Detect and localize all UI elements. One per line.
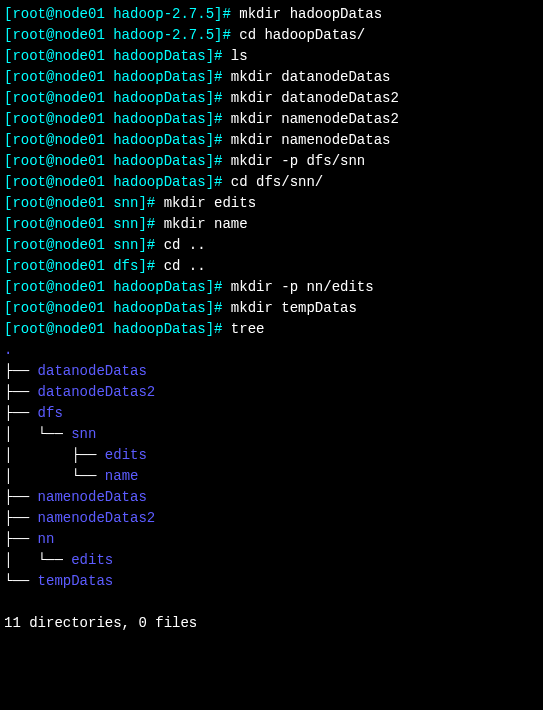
command-text: mkdir edits bbox=[164, 195, 256, 211]
shell-prompt: [root@node01 hadoopDatas]# bbox=[4, 153, 231, 169]
tree-dir-name: nn bbox=[38, 531, 55, 547]
shell-prompt: [root@node01 snn]# bbox=[4, 195, 164, 211]
shell-prompt: [root@node01 hadoopDatas]# bbox=[4, 174, 231, 190]
terminal-line: [root@node01 hadoopDatas]# mkdir -p nn/e… bbox=[4, 277, 539, 298]
tree-entry: │ └── name bbox=[4, 466, 539, 487]
tree-entry: └── tempDatas bbox=[4, 571, 539, 592]
tree-dir-name: edits bbox=[71, 552, 113, 568]
shell-prompt: [root@node01 hadoopDatas]# bbox=[4, 132, 231, 148]
tree-entry: ├── dfs bbox=[4, 403, 539, 424]
tree-branch: ├── bbox=[4, 363, 38, 379]
blank-line bbox=[4, 592, 539, 613]
terminal-line: [root@node01 snn]# mkdir edits bbox=[4, 193, 539, 214]
command-text: mkdir -p nn/edits bbox=[231, 279, 374, 295]
tree-entry: ├── datanodeDatas2 bbox=[4, 382, 539, 403]
shell-prompt: [root@node01 hadoopDatas]# bbox=[4, 90, 231, 106]
tree-entry: ├── nn bbox=[4, 529, 539, 550]
tree-branch: ├── bbox=[4, 489, 38, 505]
tree-dir-name: namenodeDatas2 bbox=[38, 510, 156, 526]
tree-root-dot: . bbox=[4, 342, 12, 358]
terminal-line: [root@node01 hadoopDatas]# cd dfs/snn/ bbox=[4, 172, 539, 193]
tree-branch: │ ├── bbox=[4, 447, 105, 463]
tree-entry: │ └── snn bbox=[4, 424, 539, 445]
terminal-line: [root@node01 hadoop-2.7.5]# mkdir hadoop… bbox=[4, 4, 539, 25]
command-text: cd .. bbox=[164, 258, 206, 274]
tree-dir-name: edits bbox=[105, 447, 147, 463]
tree-entry: ├── namenodeDatas2 bbox=[4, 508, 539, 529]
command-text: cd .. bbox=[164, 237, 206, 253]
command-text: mkdir name bbox=[164, 216, 248, 232]
shell-prompt: [root@node01 dfs]# bbox=[4, 258, 164, 274]
terminal-line: [root@node01 snn]# mkdir name bbox=[4, 214, 539, 235]
shell-prompt: [root@node01 hadoopDatas]# bbox=[4, 321, 231, 337]
tree-summary: 11 directories, 0 files bbox=[4, 613, 539, 634]
tree-dir-name: tempDatas bbox=[38, 573, 114, 589]
tree-dir-name: namenodeDatas bbox=[38, 489, 147, 505]
command-text: ls bbox=[231, 48, 248, 64]
tree-root: . bbox=[4, 340, 539, 361]
shell-prompt: [root@node01 hadoopDatas]# bbox=[4, 111, 231, 127]
terminal-line: [root@node01 dfs]# cd .. bbox=[4, 256, 539, 277]
shell-prompt: [root@node01 hadoop-2.7.5]# bbox=[4, 27, 239, 43]
terminal-line: [root@node01 snn]# cd .. bbox=[4, 235, 539, 256]
command-text: mkdir tempDatas bbox=[231, 300, 357, 316]
command-text: mkdir -p dfs/snn bbox=[231, 153, 365, 169]
tree-branch: │ └── bbox=[4, 468, 105, 484]
shell-prompt: [root@node01 hadoopDatas]# bbox=[4, 300, 231, 316]
tree-branch: ├── bbox=[4, 405, 38, 421]
tree-entry: ├── namenodeDatas bbox=[4, 487, 539, 508]
command-text: mkdir namenodeDatas2 bbox=[231, 111, 399, 127]
tree-branch: ├── bbox=[4, 510, 38, 526]
tree-dir-name: snn bbox=[71, 426, 96, 442]
command-text: cd dfs/snn/ bbox=[231, 174, 323, 190]
tree-branch: └── bbox=[4, 573, 38, 589]
tree-entry: ├── datanodeDatas bbox=[4, 361, 539, 382]
tree-branch: │ └── bbox=[4, 552, 71, 568]
shell-prompt: [root@node01 hadoopDatas]# bbox=[4, 279, 231, 295]
command-text: cd hadoopDatas/ bbox=[239, 27, 365, 43]
terminal-line: [root@node01 hadoopDatas]# mkdir tempDat… bbox=[4, 298, 539, 319]
tree-branch: ├── bbox=[4, 384, 38, 400]
shell-prompt: [root@node01 hadoopDatas]# bbox=[4, 69, 231, 85]
terminal-line: [root@node01 hadoopDatas]# tree bbox=[4, 319, 539, 340]
terminal-line: [root@node01 hadoop-2.7.5]# cd hadoopDat… bbox=[4, 25, 539, 46]
shell-prompt: [root@node01 snn]# bbox=[4, 216, 164, 232]
shell-prompt: [root@node01 snn]# bbox=[4, 237, 164, 253]
terminal-line: [root@node01 hadoopDatas]# mkdir datanod… bbox=[4, 67, 539, 88]
terminal-line: [root@node01 hadoopDatas]# mkdir datanod… bbox=[4, 88, 539, 109]
terminal-line: [root@node01 hadoopDatas]# mkdir namenod… bbox=[4, 109, 539, 130]
terminal-line: [root@node01 hadoopDatas]# ls bbox=[4, 46, 539, 67]
command-text: mkdir namenodeDatas bbox=[231, 132, 391, 148]
tree-dir-name: datanodeDatas bbox=[38, 363, 147, 379]
tree-dir-name: datanodeDatas2 bbox=[38, 384, 156, 400]
command-text: mkdir datanodeDatas bbox=[231, 69, 391, 85]
tree-dir-name: name bbox=[105, 468, 139, 484]
terminal-line: [root@node01 hadoopDatas]# mkdir namenod… bbox=[4, 130, 539, 151]
command-text: mkdir datanodeDatas2 bbox=[231, 90, 399, 106]
shell-prompt: [root@node01 hadoop-2.7.5]# bbox=[4, 6, 239, 22]
tree-entry: │ ├── edits bbox=[4, 445, 539, 466]
command-text: tree bbox=[231, 321, 265, 337]
tree-branch: │ └── bbox=[4, 426, 71, 442]
shell-prompt: [root@node01 hadoopDatas]# bbox=[4, 48, 231, 64]
terminal-output: [root@node01 hadoop-2.7.5]# mkdir hadoop… bbox=[4, 4, 539, 634]
tree-entry: │ └── edits bbox=[4, 550, 539, 571]
tree-branch: ├── bbox=[4, 531, 38, 547]
terminal-line: [root@node01 hadoopDatas]# mkdir -p dfs/… bbox=[4, 151, 539, 172]
tree-dir-name: dfs bbox=[38, 405, 63, 421]
command-text: mkdir hadoopDatas bbox=[239, 6, 382, 22]
